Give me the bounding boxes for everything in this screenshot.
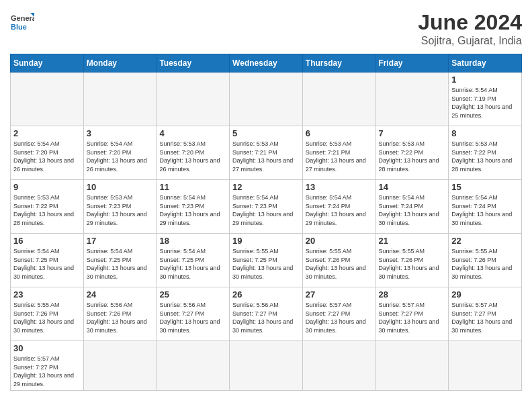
calendar-cell (157, 73, 230, 126)
day-number: 5 (232, 128, 300, 138)
calendar-cell: 15Sunrise: 5:54 AMSunset: 7:24 PMDayligh… (449, 180, 522, 234)
day-info: Sunrise: 5:54 AMSunset: 7:23 PMDaylight:… (232, 193, 300, 227)
calendar-cell (230, 73, 303, 126)
day-number: 15 (451, 182, 519, 192)
day-info: Sunrise: 5:57 AMSunset: 7:27 PMDaylight:… (451, 301, 519, 334)
calendar-cell: 29Sunrise: 5:57 AMSunset: 7:27 PMDayligh… (449, 287, 522, 341)
day-info: Sunrise: 5:54 AMSunset: 7:24 PMDaylight:… (379, 193, 446, 227)
day-number: 28 (379, 289, 446, 300)
day-number: 9 (13, 182, 81, 192)
weekday-wednesday: Wednesday (230, 54, 303, 73)
day-info: Sunrise: 5:55 AMSunset: 7:26 PMDaylight:… (13, 301, 81, 334)
calendar-cell: 18Sunrise: 5:54 AMSunset: 7:25 PMDayligh… (157, 234, 230, 287)
day-info: Sunrise: 5:55 AMSunset: 7:26 PMDaylight:… (306, 247, 373, 281)
week-row-2: 2Sunrise: 5:54 AMSunset: 7:20 PMDaylight… (11, 126, 522, 180)
day-number: 26 (232, 289, 300, 300)
week-row-3: 9Sunrise: 5:53 AMSunset: 7:22 PMDaylight… (11, 180, 522, 234)
weekday-friday: Friday (375, 54, 449, 73)
day-number: 23 (13, 289, 81, 300)
day-info: Sunrise: 5:53 AMSunset: 7:22 PMDaylight:… (379, 140, 446, 173)
calendar-cell: 16Sunrise: 5:54 AMSunset: 7:25 PMDayligh… (11, 234, 84, 287)
day-info: Sunrise: 5:53 AMSunset: 7:22 PMDaylight:… (13, 193, 81, 227)
day-info: Sunrise: 5:56 AMSunset: 7:27 PMDaylight:… (232, 301, 300, 334)
day-number: 14 (379, 182, 446, 192)
day-info: Sunrise: 5:56 AMSunset: 7:27 PMDaylight:… (159, 301, 226, 334)
location: Sojitra, Gujarat, India (418, 35, 522, 47)
title-block: June 2024 Sojitra, Gujarat, India (418, 10, 522, 47)
day-number: 19 (232, 236, 300, 246)
calendar-cell: 30Sunrise: 5:57 AMSunset: 7:27 PMDayligh… (11, 341, 84, 391)
day-number: 11 (159, 182, 226, 192)
day-number: 22 (451, 236, 519, 246)
week-row-5: 23Sunrise: 5:55 AMSunset: 7:26 PMDayligh… (11, 287, 522, 341)
day-info: Sunrise: 5:53 AMSunset: 7:21 PMDaylight:… (232, 140, 300, 173)
day-info: Sunrise: 5:53 AMSunset: 7:22 PMDaylight:… (451, 140, 519, 173)
calendar-cell: 10Sunrise: 5:53 AMSunset: 7:23 PMDayligh… (83, 180, 157, 234)
day-info: Sunrise: 5:57 AMSunset: 7:27 PMDaylight:… (379, 301, 446, 334)
day-number: 17 (87, 236, 154, 246)
calendar-table: SundayMondayTuesdayWednesdayThursdayFrid… (10, 54, 522, 391)
calendar-cell: 28Sunrise: 5:57 AMSunset: 7:27 PMDayligh… (375, 287, 449, 341)
day-info: Sunrise: 5:55 AMSunset: 7:26 PMDaylight:… (451, 247, 519, 281)
calendar-cell (302, 73, 375, 126)
day-number: 13 (306, 182, 373, 192)
day-info: Sunrise: 5:57 AMSunset: 7:27 PMDaylight:… (13, 355, 81, 388)
calendar-cell: 22Sunrise: 5:55 AMSunset: 7:26 PMDayligh… (449, 234, 522, 287)
calendar-cell (375, 73, 449, 126)
calendar-cell: 6Sunrise: 5:53 AMSunset: 7:21 PMDaylight… (302, 126, 375, 180)
day-number: 29 (451, 289, 519, 300)
day-info: Sunrise: 5:54 AMSunset: 7:25 PMDaylight:… (87, 247, 154, 281)
week-row-4: 16Sunrise: 5:54 AMSunset: 7:25 PMDayligh… (11, 234, 522, 287)
day-number: 10 (87, 182, 154, 192)
calendar-cell (157, 341, 230, 391)
calendar-cell: 4Sunrise: 5:53 AMSunset: 7:20 PMDaylight… (157, 126, 230, 180)
day-number: 30 (13, 343, 81, 353)
day-info: Sunrise: 5:54 AMSunset: 7:23 PMDaylight:… (159, 193, 226, 227)
calendar-cell (83, 73, 157, 126)
day-info: Sunrise: 5:56 AMSunset: 7:26 PMDaylight:… (87, 301, 154, 334)
calendar-cell: 23Sunrise: 5:55 AMSunset: 7:26 PMDayligh… (11, 287, 84, 341)
calendar-cell: 21Sunrise: 5:55 AMSunset: 7:26 PMDayligh… (375, 234, 449, 287)
svg-text:General: General (11, 14, 34, 22)
day-info: Sunrise: 5:57 AMSunset: 7:27 PMDaylight:… (306, 301, 373, 334)
weekday-saturday: Saturday (449, 54, 522, 73)
calendar-cell: 12Sunrise: 5:54 AMSunset: 7:23 PMDayligh… (230, 180, 303, 234)
day-number: 7 (379, 128, 446, 138)
week-row-1: 1Sunrise: 5:54 AMSunset: 7:19 PMDaylight… (11, 73, 522, 126)
calendar-cell: 5Sunrise: 5:53 AMSunset: 7:21 PMDaylight… (230, 126, 303, 180)
day-info: Sunrise: 5:53 AMSunset: 7:20 PMDaylight:… (159, 140, 226, 173)
logo: General Blue (10, 10, 34, 34)
calendar-cell (11, 73, 84, 126)
day-number: 6 (306, 128, 373, 138)
calendar-cell: 19Sunrise: 5:55 AMSunset: 7:25 PMDayligh… (230, 234, 303, 287)
day-number: 21 (379, 236, 446, 246)
calendar-cell: 26Sunrise: 5:56 AMSunset: 7:27 PMDayligh… (230, 287, 303, 341)
week-row-6: 30Sunrise: 5:57 AMSunset: 7:27 PMDayligh… (11, 341, 522, 391)
logo-svg: General Blue (10, 10, 34, 34)
day-info: Sunrise: 5:54 AMSunset: 7:25 PMDaylight:… (159, 247, 226, 281)
calendar-cell: 25Sunrise: 5:56 AMSunset: 7:27 PMDayligh… (157, 287, 230, 341)
day-number: 3 (87, 128, 154, 138)
day-number: 25 (159, 289, 226, 300)
day-info: Sunrise: 5:53 AMSunset: 7:23 PMDaylight:… (87, 193, 154, 227)
calendar-cell (302, 341, 375, 391)
weekday-thursday: Thursday (302, 54, 375, 73)
day-info: Sunrise: 5:54 AMSunset: 7:20 PMDaylight:… (87, 140, 154, 173)
day-info: Sunrise: 5:54 AMSunset: 7:24 PMDaylight:… (306, 193, 373, 227)
weekday-header-row: SundayMondayTuesdayWednesdayThursdayFrid… (11, 54, 522, 73)
calendar-cell: 2Sunrise: 5:54 AMSunset: 7:20 PMDaylight… (11, 126, 84, 180)
calendar-cell: 8Sunrise: 5:53 AMSunset: 7:22 PMDaylight… (449, 126, 522, 180)
header: General Blue June 2024 Sojitra, Gujarat,… (10, 10, 522, 47)
calendar-cell (230, 341, 303, 391)
weekday-sunday: Sunday (11, 54, 84, 73)
day-info: Sunrise: 5:54 AMSunset: 7:24 PMDaylight:… (451, 193, 519, 227)
day-info: Sunrise: 5:54 AMSunset: 7:19 PMDaylight:… (451, 86, 519, 120)
day-number: 8 (451, 128, 519, 138)
day-number: 1 (451, 75, 519, 85)
calendar-cell (83, 341, 157, 391)
day-info: Sunrise: 5:54 AMSunset: 7:25 PMDaylight:… (13, 247, 81, 281)
day-number: 12 (232, 182, 300, 192)
day-number: 4 (159, 128, 226, 138)
calendar-cell: 3Sunrise: 5:54 AMSunset: 7:20 PMDaylight… (83, 126, 157, 180)
calendar-cell: 1Sunrise: 5:54 AMSunset: 7:19 PMDaylight… (449, 73, 522, 126)
